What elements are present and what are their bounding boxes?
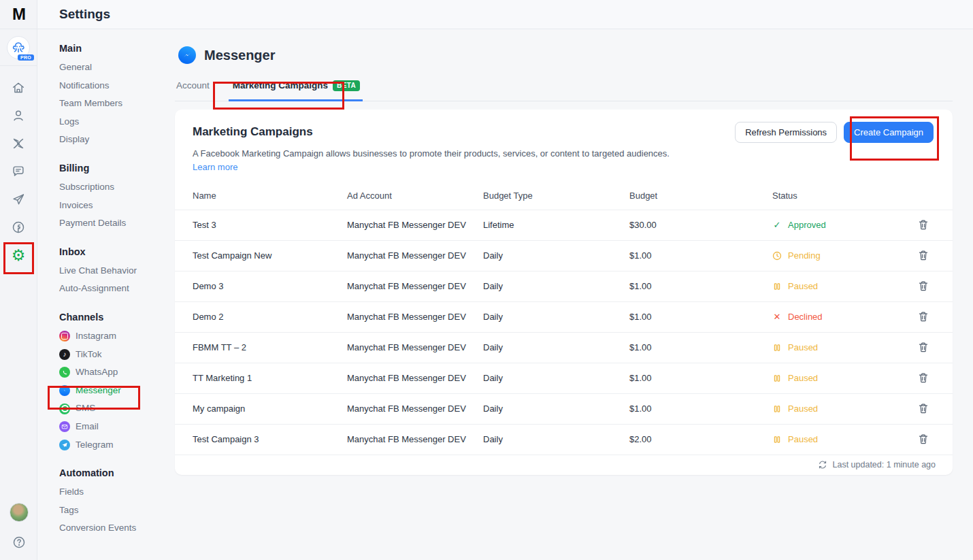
status-badge: Paused (772, 373, 917, 383)
home-icon[interactable] (10, 80, 27, 96)
cell-budget-type: Daily (483, 312, 629, 322)
table-row: Test 3 Manychat FB Messenger DEV Lifetim… (175, 210, 953, 240)
channel-label: TikTok (76, 346, 102, 364)
sidebar-item-general[interactable]: General (59, 59, 175, 77)
create-campaign-button[interactable]: Create Campaign (844, 122, 934, 143)
sidebar-item-whatsapp[interactable]: WhatsApp (59, 363, 175, 382)
sidebar-item-auto-assignment[interactable]: Auto-Assignment (59, 280, 175, 298)
sidebar-item-notifications[interactable]: Notifications (59, 77, 175, 95)
sidebar-item-conversion-events[interactable]: Conversion Events (59, 519, 175, 538)
cell-budget: $1.00 (629, 312, 772, 322)
facebook-ads-icon[interactable] (10, 219, 27, 235)
nav-rail: M PRO ⚙ (0, 0, 37, 560)
channel-label: SMS (76, 399, 95, 418)
table-row: FBMM TT – 2 Manychat FB Messenger DEV Da… (175, 332, 953, 363)
delete-campaign-button[interactable] (917, 403, 929, 415)
delete-campaign-button[interactable] (917, 372, 929, 384)
cell-ad-account: Manychat FB Messenger DEV (347, 312, 483, 322)
pending-clock-icon (772, 251, 782, 261)
manychat-logo[interactable]: M (0, 0, 37, 29)
sidebar-item-display[interactable]: Display (59, 131, 175, 149)
status-badge: ✕ Declined (772, 312, 917, 322)
settings-sidebar: Main General Notifications Team Members … (37, 29, 175, 551)
cell-budget: $1.00 (629, 281, 772, 291)
sidebar-item-subscriptions[interactable]: Subscriptions (59, 178, 175, 197)
delete-campaign-button[interactable] (917, 311, 929, 323)
sms-icon (59, 403, 70, 414)
sidebar-item-sms[interactable]: SMS (59, 399, 175, 418)
table-footer: Last updated: 1 minute ago (175, 455, 953, 475)
messenger-page-icon (178, 46, 196, 64)
table-row: TT Marketing 1 Manychat FB Messenger DEV… (175, 363, 953, 393)
sidebar-item-messenger[interactable]: Messenger (59, 382, 175, 400)
declined-x-icon: ✕ (772, 312, 782, 322)
octopus-logo-icon (11, 40, 26, 55)
help-icon[interactable] (11, 534, 27, 550)
cell-budget-type: Daily (483, 250, 629, 261)
channel-label: WhatsApp (76, 363, 118, 382)
delete-campaign-button[interactable] (917, 250, 929, 262)
telegram-icon (59, 440, 70, 450)
tab-marketing-campaigns[interactable]: Marketing Campaigns BETA (229, 80, 363, 101)
cell-name: Demo 2 (193, 312, 347, 322)
sidebar-item-team-members[interactable]: Team Members (59, 95, 175, 113)
refresh-permissions-button[interactable]: Refresh Permissions (735, 122, 837, 143)
top-bar: Settings (37, 0, 973, 29)
cell-name: Demo 3 (193, 281, 347, 291)
sidebar-item-tiktok[interactable]: ♪ TikTok (59, 346, 175, 364)
delete-campaign-button[interactable] (917, 219, 929, 231)
cell-budget: $1.00 (629, 342, 772, 352)
cell-ad-account: Manychat FB Messenger DEV (347, 250, 483, 261)
sidebar-item-live-chat-behavior[interactable]: Live Chat Behavior (59, 262, 175, 280)
tab-account[interactable]: Account (176, 80, 210, 101)
delete-campaign-button[interactable] (917, 342, 929, 354)
table-row: Test Campaign New Manychat FB Messenger … (175, 240, 953, 271)
status-badge: Paused (772, 342, 917, 352)
cell-name: Test 3 (193, 220, 347, 230)
table-row: Demo 2 Manychat FB Messenger DEV Daily $… (175, 301, 953, 332)
user-avatar[interactable] (10, 503, 29, 522)
automation-icon[interactable] (10, 135, 27, 152)
section-title-channels: Channels (59, 312, 175, 323)
workspace-avatar-wrap[interactable]: PRO (0, 29, 37, 66)
refresh-icon[interactable] (818, 460, 827, 470)
status-badge: Pending (772, 250, 917, 261)
sidebar-item-instagram[interactable]: Instagram (59, 327, 175, 346)
col-ad-account: Ad Account (347, 191, 483, 201)
channel-label: Messenger (76, 382, 121, 400)
tab-bar: Account Marketing Campaigns BETA (175, 80, 953, 101)
marketing-campaigns-card: Marketing Campaigns A Facebook Marketing… (175, 110, 953, 475)
main-content: Messenger Account Marketing Campaigns BE… (175, 29, 953, 475)
paused-icon (772, 374, 782, 383)
delete-campaign-button[interactable] (917, 433, 929, 446)
cell-budget: $1.00 (629, 373, 772, 383)
sidebar-item-payment-details[interactable]: Payment Details (59, 214, 175, 233)
sidebar-item-tags[interactable]: Tags (59, 501, 175, 520)
messenger-icon (59, 385, 70, 396)
sidebar-item-telegram[interactable]: Telegram (59, 436, 175, 455)
sidebar-item-invoices[interactable]: Invoices (59, 197, 175, 215)
cell-budget-type: Daily (483, 281, 629, 291)
contacts-icon[interactable] (10, 108, 27, 124)
delete-campaign-button[interactable] (917, 280, 929, 293)
card-description: A Facebook Marketing Campaign allows bus… (193, 147, 710, 161)
learn-more-link[interactable]: Learn more (193, 162, 237, 172)
cell-name: TT Marketing 1 (193, 373, 347, 383)
status-badge: ✓ Approved (772, 220, 917, 230)
sidebar-item-fields[interactable]: Fields (59, 483, 175, 501)
cell-name: My campaign (193, 403, 347, 414)
beta-badge: BETA (333, 80, 360, 91)
paused-icon (772, 435, 782, 444)
cell-name: Test Campaign New (193, 250, 347, 261)
col-name: Name (193, 191, 347, 201)
sidebar-item-logs[interactable]: Logs (59, 113, 175, 131)
last-updated-text: Last updated: 1 minute ago (832, 460, 936, 470)
email-icon (59, 421, 70, 432)
pro-badge: PRO (18, 54, 34, 61)
broadcasting-icon[interactable] (10, 191, 27, 208)
cell-budget-type: Daily (483, 342, 629, 352)
sidebar-item-email[interactable]: Email (59, 418, 175, 436)
live-chat-icon[interactable] (10, 163, 27, 180)
settings-gear-icon[interactable]: ⚙ (10, 247, 27, 263)
cell-ad-account: Manychat FB Messenger DEV (347, 342, 483, 352)
